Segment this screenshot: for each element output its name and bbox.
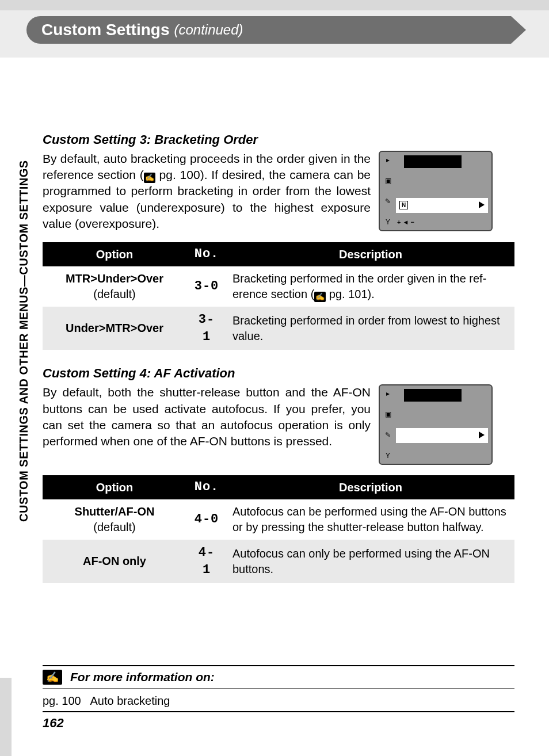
th-desc: Description xyxy=(227,475,514,499)
table-af-activation: Option No. Description Shutter/AF-ON (de… xyxy=(43,475,514,583)
footer-block: ✍ For more information on: pg. 100 Auto … xyxy=(43,665,514,731)
info-line: pg. 100 Auto bracketing xyxy=(43,689,514,712)
bracket-scale: + ◄ − xyxy=(397,218,414,227)
side-thumb-tab xyxy=(0,678,12,756)
info-heading-row: ✍ For more information on: xyxy=(43,665,514,689)
info-text: Auto bracketing xyxy=(90,694,170,707)
camera-icon: ▣ xyxy=(382,410,394,419)
chevron-right-icon xyxy=(479,432,485,438)
th-option: Option xyxy=(43,475,186,499)
thumb-highlight-row: N xyxy=(396,198,488,213)
th-option: Option xyxy=(43,242,186,266)
side-section-label: CUSTOM SETTINGS AND OTHER MENUS—CUSTOM S… xyxy=(16,160,31,574)
opt-name: Under>MTR>Over xyxy=(48,320,181,336)
thumb-icon-column: ▸ ▣ ✎ Y xyxy=(382,389,394,460)
page-header: Custom Settings (continued) xyxy=(26,16,511,44)
info-pg: pg. 100 xyxy=(43,694,87,708)
info-heading: For more information on: xyxy=(70,670,215,684)
pencil-icon: ✎ xyxy=(382,430,394,440)
chevron-right-icon xyxy=(479,201,485,208)
reference-icon: ✍ xyxy=(144,173,155,183)
section-heading-4: Custom Setting 4: AF Activation xyxy=(43,365,514,382)
playback-icon: ▸ xyxy=(382,389,394,398)
main-column: Custom Setting 3: Bracketing Order By de… xyxy=(43,131,514,598)
reference-icon: ✍ xyxy=(43,670,62,685)
section-4-intro-row: By default, both the shutter-release but… xyxy=(43,384,514,465)
opt-no: 3- 1 xyxy=(186,307,227,350)
opt-no: 4-0 xyxy=(186,499,227,540)
n-badge: N xyxy=(399,201,408,210)
wrench-icon: Y xyxy=(382,217,394,227)
opt-sub: (default) xyxy=(48,287,181,302)
opt-desc: Bracketing performed in order from lowes… xyxy=(227,307,514,350)
camera-icon: ▣ xyxy=(382,176,394,185)
thumb-title-bar xyxy=(404,155,462,168)
section-heading-3: Custom Setting 3: Bracketing Order xyxy=(43,131,514,148)
table-row: MTR>Under>Over (default) 3-0 Bracketing … xyxy=(43,266,514,307)
opt-no: 4- 1 xyxy=(186,540,227,583)
page-title: Custom Settings xyxy=(41,21,169,39)
pencil-icon: ✎ xyxy=(382,197,394,206)
opt-name: Shutter/AF-ON xyxy=(48,504,181,520)
table-bracketing-order: Option No. Description MTR>Under>Over (d… xyxy=(43,242,514,350)
opt-sub: (default) xyxy=(48,520,181,535)
wrench-icon: Y xyxy=(382,451,394,460)
playback-icon: ▸ xyxy=(382,155,394,165)
reference-icon: ✍ xyxy=(314,292,326,302)
section-3-intro: By default, auto bracketing proceeds in … xyxy=(43,151,371,232)
table-row: AF-ON only 4- 1 Autofocus can only be pe… xyxy=(43,540,514,583)
opt-desc: Autofocus can be performed using the AF-… xyxy=(227,499,514,540)
thumb-title-bar xyxy=(404,389,462,402)
opt-desc: Bracketing performed in the order given … xyxy=(227,266,514,307)
page-title-continued: (continued) xyxy=(174,22,243,38)
content-area: CUSTOM SETTINGS AND OTHER MENUS—CUSTOM S… xyxy=(0,58,549,756)
section-3-intro-row: By default, auto bracketing proceeds in … xyxy=(43,151,514,232)
section-4-intro: By default, both the shutter-release but… xyxy=(43,384,371,449)
desc-post: pg. 101). xyxy=(326,288,375,300)
opt-no: 3-0 xyxy=(186,266,227,307)
opt-name: AF-ON only xyxy=(48,553,181,569)
table-row: Under>MTR>Over 3- 1 Bracketing performed… xyxy=(43,307,514,350)
menu-thumbnail-af: ▸ ▣ ✎ Y xyxy=(379,384,493,465)
th-no: No. xyxy=(186,475,227,499)
page-number: 162 xyxy=(43,716,514,731)
th-no: No. xyxy=(186,242,227,266)
menu-thumbnail-bracketing: ▸ ▣ ✎ Y N + ◄ − xyxy=(379,151,493,231)
thumb-highlight-row xyxy=(396,428,488,443)
th-desc: Description xyxy=(227,242,514,266)
opt-desc: Autofocus can only be performed using th… xyxy=(227,540,514,583)
table-row: Shutter/AF-ON (default) 4-0 Autofocus ca… xyxy=(43,499,514,540)
thumb-icon-column: ▸ ▣ ✎ Y xyxy=(382,155,394,227)
opt-name: MTR>Under>Over xyxy=(48,271,181,287)
